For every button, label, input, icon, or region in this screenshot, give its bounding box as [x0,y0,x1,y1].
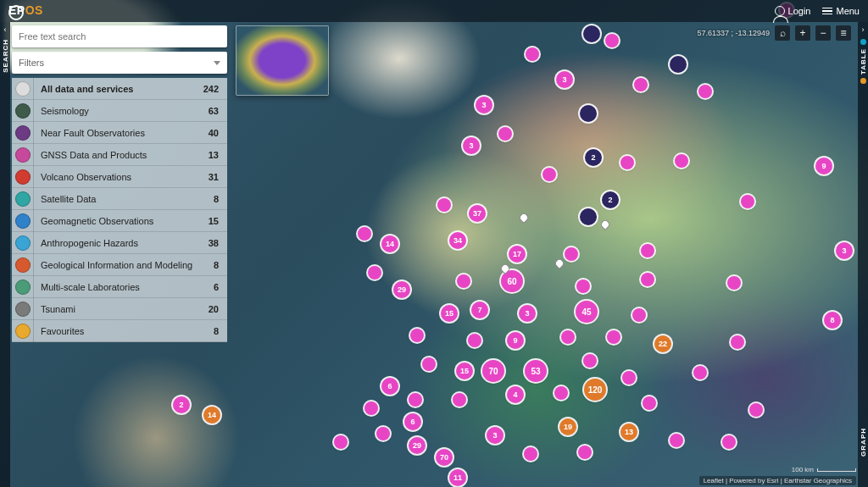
cluster-marker[interactable] [576,279,590,293]
menu-button[interactable]: Menu [822,6,860,16]
cluster-marker[interactable] [368,266,381,279]
cluster-marker[interactable] [607,330,620,344]
map-pin-icon[interactable] [518,212,530,224]
cluster-marker[interactable]: 70 [482,360,504,382]
cluster-marker[interactable] [634,78,648,91]
map-pin-icon[interactable] [554,257,565,269]
cluster-marker[interactable] [578,445,592,459]
cluster-marker[interactable] [457,274,470,288]
cluster-marker[interactable]: 17 [509,246,526,263]
category-row[interactable]: Geomagnetic Observations15 [12,210,227,232]
cluster-marker[interactable]: 11 [449,469,466,486]
cluster-marker[interactable]: 3 [487,427,504,444]
cluster-marker[interactable]: 6 [381,378,398,395]
cluster-marker[interactable]: 29 [393,281,410,298]
right-rail-table[interactable]: TABLE [860,39,867,84]
cluster-marker[interactable] [422,357,436,371]
cluster-marker[interactable] [437,198,451,212]
cluster-marker[interactable] [542,168,556,181]
search-input[interactable] [12,25,227,47]
cluster-marker[interactable] [358,227,371,241]
map-inset-iceland[interactable] [236,25,329,96]
category-row[interactable]: Near Fault Observatories40 [12,122,227,144]
cluster-marker[interactable]: 34 [449,232,466,249]
map-pin-icon[interactable] [599,219,611,230]
cluster-marker[interactable] [376,427,390,440]
cluster-marker[interactable] [583,354,597,368]
cluster-marker[interactable]: 2 [173,396,190,413]
cluster-marker[interactable]: 4 [507,386,524,403]
cluster-marker[interactable]: 3 [476,97,492,113]
login-button[interactable]: Login [775,6,811,16]
cluster-marker[interactable]: 15 [441,305,458,322]
cluster-marker[interactable] [453,393,466,407]
category-row[interactable]: Anthropogenic Hazards38 [12,232,227,254]
cluster-marker[interactable] [641,244,654,257]
cluster-marker[interactable]: 14 [203,407,220,423]
cluster-marker[interactable]: 120 [584,379,606,401]
cluster-marker[interactable] [580,208,597,225]
cluster-marker[interactable] [749,403,763,417]
cluster-marker[interactable]: 14 [381,235,398,252]
category-row[interactable]: Volcano Observations31 [12,166,227,188]
cluster-marker[interactable] [727,276,741,290]
cluster-marker[interactable] [722,435,736,449]
cluster-marker[interactable]: 3 [556,71,573,88]
cluster-marker[interactable] [468,334,481,347]
cluster-marker[interactable] [641,273,654,286]
cluster-marker[interactable] [409,393,422,407]
cluster-marker[interactable]: 3 [463,137,480,154]
cluster-marker[interactable]: 9 [815,158,832,174]
category-row[interactable]: Tsunami20 [12,298,227,320]
cluster-marker[interactable] [632,308,646,322]
cluster-marker[interactable] [622,371,636,385]
category-row[interactable]: Favourites8 [12,320,227,342]
category-row[interactable]: Satellite Data8 [12,188,227,210]
cluster-marker[interactable] [670,434,683,447]
cluster-marker[interactable]: 3 [519,305,536,322]
cluster-marker[interactable] [580,105,597,122]
cluster-marker[interactable] [498,127,512,141]
search-map-button[interactable]: ⌕ [775,25,790,41]
cluster-marker[interactable] [561,330,575,344]
cluster-marker[interactable]: 15 [456,362,473,379]
cluster-marker[interactable] [605,34,619,47]
brand-logo[interactable]: EPOS [8,3,46,19]
cluster-marker[interactable]: 2 [585,149,602,166]
cluster-marker[interactable]: 13 [620,423,637,440]
cluster-marker[interactable]: 29 [409,437,426,454]
category-row[interactable]: Multi-scale Laboratories6 [12,276,227,298]
cluster-marker[interactable]: 37 [469,205,486,222]
cluster-marker[interactable] [524,447,537,461]
cluster-marker[interactable]: 22 [654,335,671,352]
cluster-marker[interactable] [565,247,578,261]
cluster-marker[interactable] [334,435,348,449]
chevron-left-icon[interactable]: ‹ [4,25,7,34]
cluster-marker[interactable] [693,366,707,379]
cluster-marker[interactable] [583,25,600,42]
filters-dropdown[interactable]: Filters [12,52,227,74]
cluster-marker[interactable]: 7 [471,302,488,318]
zoom-in-button[interactable]: + [795,25,810,41]
cluster-marker[interactable] [675,154,688,168]
cluster-marker[interactable]: 19 [559,418,576,435]
cluster-marker[interactable] [670,56,687,73]
cluster-marker[interactable]: 70 [436,449,453,466]
cluster-marker[interactable]: 6 [404,413,421,430]
cluster-marker[interactable] [698,85,712,98]
right-rail[interactable]: › TABLE GRAPH [858,22,868,487]
cluster-marker[interactable]: 3 [836,242,853,259]
right-rail-graph[interactable]: GRAPH [860,428,867,457]
cluster-marker[interactable] [620,156,634,169]
cluster-marker[interactable] [643,396,656,410]
chevron-right-icon[interactable]: › [862,25,865,34]
category-row[interactable]: Seismology63 [12,100,227,122]
cluster-marker[interactable]: 8 [824,312,841,329]
cluster-marker[interactable] [526,47,539,61]
cluster-marker[interactable] [554,386,568,400]
cluster-marker[interactable]: 2 [602,191,619,208]
cluster-marker[interactable] [731,335,744,349]
category-row[interactable]: Geological Information and Modeling8 [12,254,227,276]
category-row[interactable]: GNSS Data and Products13 [12,144,227,166]
cluster-marker[interactable]: 45 [576,301,598,323]
